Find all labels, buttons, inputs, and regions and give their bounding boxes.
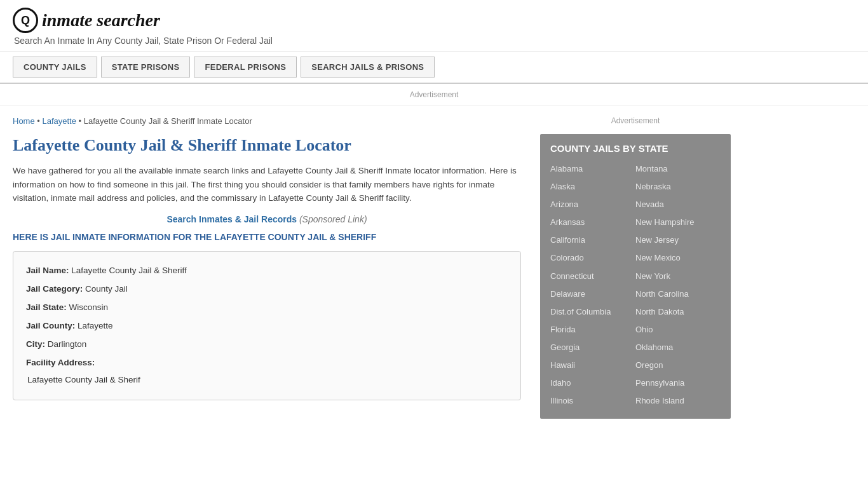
- state-col-right: MontanaNebraskaNevadaNew HampshireNew Je…: [635, 160, 721, 410]
- jail-state-value: Wisconsin: [69, 302, 109, 312]
- state-link[interactable]: Nevada: [635, 196, 721, 214]
- content-area: Home • Lafayette • Lafayette County Jail…: [13, 106, 534, 419]
- jail-name-label: Jail Name:: [26, 266, 69, 275]
- county-jails-box: COUNTY JAILS BY STATE AlabamaAlaskaArizo…: [540, 134, 731, 419]
- nav-state-prisons[interactable]: STATE PRISONS: [101, 57, 191, 78]
- main-layout: Home • Lafayette • Lafayette County Jail…: [0, 106, 868, 419]
- state-link[interactable]: Colorado: [550, 249, 635, 267]
- state-link[interactable]: Arkansas: [550, 214, 635, 231]
- state-link[interactable]: Hawaii: [550, 356, 635, 374]
- jail-state-label: Jail State:: [26, 302, 67, 312]
- jail-county-row: Jail County: Lafayette: [26, 317, 508, 334]
- jail-county-value: Lafayette: [78, 321, 113, 330]
- nav-federal-prisons[interactable]: FEDERAL PRISONS: [194, 57, 297, 78]
- state-link[interactable]: New Hampshire: [635, 214, 721, 231]
- header: Q inmate searcher Search An Inmate In An…: [0, 0, 868, 51]
- jail-state-row: Jail State: Wisconsin: [26, 299, 508, 316]
- jail-category-row: Jail Category: County Jail: [26, 280, 508, 297]
- nav-bar: COUNTY JAILS STATE PRISONS FEDERAL PRISO…: [0, 51, 868, 84]
- info-box: Jail Name: Lafayette County Jail & Sheri…: [13, 251, 521, 400]
- logo-text: inmate searcher: [42, 10, 160, 30]
- logo-area: Q inmate searcher: [13, 8, 855, 33]
- state-link[interactable]: Oregon: [635, 356, 721, 374]
- jail-city-label: City:: [26, 339, 45, 349]
- state-link[interactable]: Connecticut: [550, 268, 635, 285]
- sponsored-link[interactable]: Search Inmates & Jail Records: [166, 214, 297, 224]
- state-link[interactable]: Florida: [550, 321, 635, 339]
- jail-county-label: Jail County:: [26, 321, 75, 330]
- state-link[interactable]: Illinois: [550, 392, 635, 410]
- state-columns: AlabamaAlaskaArizonaArkansasCaliforniaCo…: [550, 160, 721, 410]
- state-link[interactable]: North Dakota: [635, 303, 721, 321]
- state-link[interactable]: Nebraska: [635, 178, 721, 196]
- state-link[interactable]: Ohio: [635, 321, 721, 339]
- sponsored-note: (Sponsored Link): [299, 214, 367, 224]
- jail-name-value: Lafayette County Jail & Sheriff: [71, 266, 186, 275]
- state-link[interactable]: New Mexico: [635, 249, 721, 267]
- state-link[interactable]: Dist.of Columbia: [550, 303, 635, 321]
- description: We have gathered for you all the availab…: [13, 164, 521, 205]
- state-link[interactable]: Delaware: [550, 285, 635, 303]
- breadcrumb-parent[interactable]: Lafayette: [42, 116, 76, 126]
- sidebar: Advertisement COUNTY JAILS BY STATE Alab…: [534, 106, 731, 419]
- breadcrumb-home[interactable]: Home: [13, 116, 35, 126]
- jail-address-row: Facility Address: Lafayette County Jail …: [26, 354, 508, 388]
- page-title: Lafayette County Jail & Sheriff Inmate L…: [13, 136, 521, 155]
- state-link[interactable]: Pennsylvania: [635, 374, 721, 392]
- jail-city-value: Darlington: [48, 339, 87, 349]
- state-link[interactable]: North Carolina: [635, 285, 721, 303]
- state-link[interactable]: California: [550, 231, 635, 249]
- jail-category-value: County Jail: [85, 284, 128, 294]
- jail-category-label: Jail Category:: [26, 284, 83, 294]
- state-col-left: AlabamaAlaskaArizonaArkansasCaliforniaCo…: [550, 160, 635, 410]
- state-link[interactable]: New Jersey: [635, 231, 721, 249]
- tagline: Search An Inmate In Any County Jail, Sta…: [14, 36, 855, 46]
- nav-county-jails[interactable]: COUNTY JAILS: [13, 57, 97, 78]
- section-heading: HERE IS JAIL INMATE INFORMATION FOR THE …: [13, 232, 521, 242]
- nav-search-jails[interactable]: SEARCH JAILS & PRISONS: [301, 57, 435, 78]
- state-link[interactable]: Alabama: [550, 160, 635, 178]
- state-link[interactable]: Georgia: [550, 339, 635, 356]
- breadcrumb: Home • Lafayette • Lafayette County Jail…: [13, 116, 521, 126]
- sidebar-ad: Advertisement: [540, 116, 731, 125]
- state-link[interactable]: Alaska: [550, 178, 635, 196]
- state-link[interactable]: Oklahoma: [635, 339, 721, 356]
- state-link[interactable]: New York: [635, 268, 721, 285]
- jail-address-label: Facility Address:: [26, 358, 95, 367]
- jail-address-value: Lafayette County Jail & Sherif: [26, 371, 508, 388]
- state-link[interactable]: Montana: [635, 160, 721, 178]
- logo-icon: Q: [13, 8, 38, 33]
- state-link[interactable]: Idaho: [550, 374, 635, 392]
- jail-city-row: City: Darlington: [26, 336, 508, 353]
- ad-banner: Advertisement: [0, 84, 868, 106]
- state-link[interactable]: Arizona: [550, 196, 635, 214]
- breadcrumb-current: Lafayette County Jail & Sheriff Inmate L…: [84, 116, 252, 126]
- state-link[interactable]: Rhode Island: [635, 392, 721, 410]
- sponsored-link-area: Search Inmates & Jail Records (Sponsored…: [13, 214, 521, 224]
- county-jails-title: COUNTY JAILS BY STATE: [550, 143, 721, 154]
- jail-name-row: Jail Name: Lafayette County Jail & Sheri…: [26, 262, 508, 279]
